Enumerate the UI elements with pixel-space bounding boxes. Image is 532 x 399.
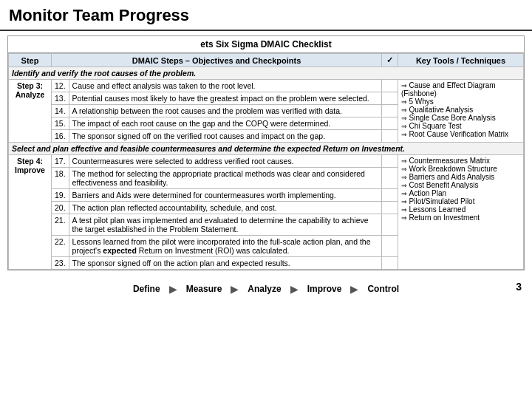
row22-num: 22. (52, 236, 69, 257)
row21-text: A test pilot plan was implemented and ev… (69, 214, 381, 236)
row13-text: Potential causes most likely to have the… (69, 92, 381, 105)
improve-section-label: Select and plan effective and feasible c… (9, 143, 524, 155)
row16-num: 16. (52, 130, 69, 143)
row15-num: 15. (52, 117, 69, 130)
row15-check (382, 117, 398, 130)
nav-define[interactable]: Define (123, 281, 171, 297)
row17-text: Countermeasures were selected to address… (69, 155, 381, 168)
row12-check (382, 80, 398, 92)
row19-text: Barriers and Aids were determined for co… (69, 189, 381, 202)
row13-check (382, 92, 398, 105)
nav-analyze[interactable]: Analyze (237, 281, 291, 297)
row14-check (382, 105, 398, 117)
row17-check (382, 155, 398, 168)
row13-num: 13. (52, 92, 69, 105)
analyze-section-header: Identify and verify the root causes of t… (9, 67, 524, 80)
dmaic-table: Step DMAIC Steps – Objectives and Checkp… (8, 53, 524, 270)
header-dmaic: DMAIC Steps – Objectives and Checkpoints (52, 54, 382, 67)
row18-check (382, 168, 398, 189)
table-row: Step 3:Analyze 12. Cause and effect anal… (9, 80, 524, 92)
analyze-section-label: Identify and verify the root causes of t… (9, 67, 524, 80)
row16-text: The sponsor signed off on the verified r… (69, 130, 381, 143)
row16-check (382, 130, 398, 143)
checklist-title: ets Six Sigma DMAIC Checklist (8, 36, 524, 53)
row18-text: The method for selecting the appropriate… (69, 168, 381, 189)
row23-check (382, 257, 398, 270)
improve-tools: Countermeasures Matrix Work Breakdown St… (398, 155, 524, 270)
row14-num: 14. (52, 105, 69, 117)
row22-check (382, 236, 398, 257)
row14-text: A relationship between the root causes a… (69, 105, 381, 117)
row15-text: The impact of each root cause on the gap… (69, 117, 381, 130)
improve-section-header: Select and plan effective and feasible c… (9, 143, 524, 155)
nav-control[interactable]: Control (357, 281, 409, 297)
row23-num: 23. (52, 257, 69, 270)
row18-num: 18. (52, 168, 69, 189)
nav-measure[interactable]: Measure (176, 281, 233, 297)
checklist-container: ets Six Sigma DMAIC Checklist Step DMAIC… (7, 35, 525, 270)
row22-text: Lessons learned from the pilot were inco… (69, 236, 381, 257)
page-number: 3 (516, 281, 522, 293)
row17-num: 17. (52, 155, 69, 168)
row21-num: 21. (52, 214, 69, 236)
row19-check (382, 189, 398, 202)
step4-cell: Step 4:Improve (9, 155, 52, 270)
step3-cell: Step 3:Analyze (9, 80, 52, 143)
header-step: Step (9, 54, 52, 67)
header-tools: Key Tools / Techniques (398, 54, 524, 67)
row20-check (382, 202, 398, 214)
row20-num: 20. (52, 202, 69, 214)
row23-text: The sponsor signed off on the action pla… (69, 257, 381, 270)
table-header: Step DMAIC Steps – Objectives and Checkp… (9, 54, 524, 67)
row12-text: Cause and effect analysis was taken to t… (69, 80, 381, 92)
row12-num: 12. (52, 80, 69, 92)
table-row: Step 4:Improve 17. Countermeasures were … (9, 155, 524, 168)
nav-improve[interactable]: Improve (297, 281, 352, 297)
bottom-navigation: Define ▶ Measure ▶ Analyze ▶ Improve ▶ C… (0, 275, 532, 300)
row19-num: 19. (52, 189, 69, 202)
row21-check (382, 214, 398, 236)
page-title: Monitor Team Progress (0, 0, 532, 31)
row20-text: The action plan reflected accountability… (69, 202, 381, 214)
analyze-tools: Cause and Effect Diagram (Fishbone) 5 Wh… (398, 80, 524, 143)
header-check: ✓ (382, 54, 398, 67)
